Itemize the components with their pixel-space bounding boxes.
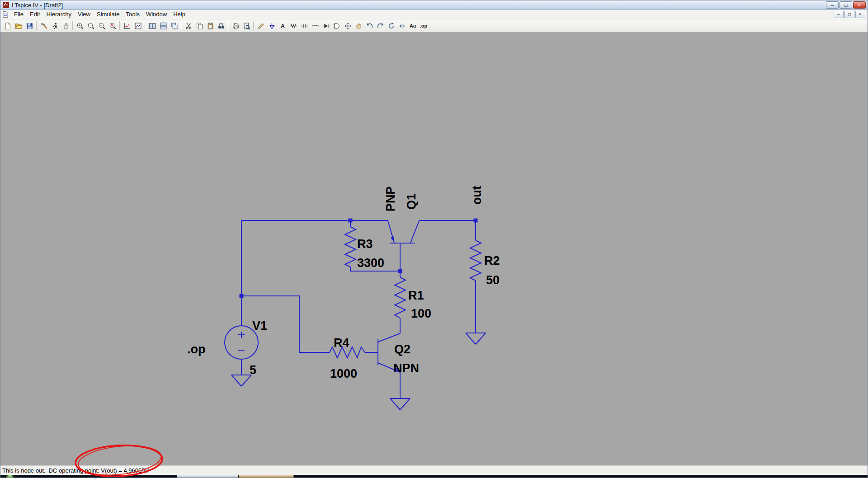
find-button[interactable] bbox=[216, 20, 226, 31]
cascade-windows-button[interactable] bbox=[169, 20, 179, 31]
menu-tools[interactable]: Tools bbox=[123, 10, 143, 19]
zoom-in-button[interactable] bbox=[75, 20, 85, 31]
component-value[interactable]: NPN bbox=[393, 361, 419, 375]
new-schematic-icon bbox=[4, 22, 12, 30]
undo-icon bbox=[366, 22, 373, 30]
component-value[interactable]: PNP bbox=[384, 186, 397, 211]
zoom-pan-button[interactable] bbox=[85, 20, 96, 31]
print-button[interactable] bbox=[230, 20, 241, 31]
component-ref[interactable]: Q1 bbox=[405, 193, 418, 210]
menu-edit[interactable]: Edit bbox=[27, 10, 43, 19]
taskbar-item[interactable] bbox=[239, 475, 294, 478]
run-button[interactable] bbox=[49, 20, 60, 31]
run-icon bbox=[51, 22, 59, 30]
plot-settings-button[interactable] bbox=[132, 20, 143, 31]
component-tool-button[interactable] bbox=[331, 20, 342, 31]
resistor-R1[interactable]: R1 100 bbox=[395, 277, 431, 320]
component-value[interactable]: 3300 bbox=[357, 256, 384, 270]
ground-symbol[interactable] bbox=[390, 398, 410, 410]
start-orb-icon[interactable] bbox=[6, 475, 14, 478]
zoom-pan-icon bbox=[87, 22, 95, 30]
resistor-body[interactable] bbox=[345, 227, 356, 267]
taskbar[interactable] bbox=[0, 475, 868, 478]
wire-tool-button[interactable] bbox=[255, 20, 266, 31]
component-ref[interactable]: R3 bbox=[357, 237, 373, 251]
menu-view[interactable]: View bbox=[75, 10, 94, 19]
voltage-source-V1[interactable]: V1 5 bbox=[225, 319, 267, 377]
maximize-button[interactable]: □ bbox=[840, 1, 852, 9]
autorange-button[interactable] bbox=[122, 20, 132, 31]
mdi-close-button[interactable]: × bbox=[855, 11, 865, 18]
label-net-button[interactable]: A bbox=[277, 20, 288, 31]
text-tool-button[interactable]: Aa bbox=[407, 20, 418, 31]
resistor-R4[interactable]: R4 1000 bbox=[330, 336, 365, 380]
minimize-button[interactable]: – bbox=[826, 1, 839, 9]
transistor-Q1[interactable]: PNP Q1 bbox=[384, 186, 419, 271]
resistor-body[interactable] bbox=[395, 277, 406, 318]
component-value[interactable]: 1000 bbox=[330, 367, 357, 380]
undo-button[interactable] bbox=[364, 20, 375, 31]
spice-directive-text[interactable]: .op bbox=[187, 342, 206, 356]
menu-simulate[interactable]: Simulate bbox=[94, 10, 123, 19]
resistor-R3[interactable]: R3 3300 bbox=[345, 227, 384, 270]
schematic-window-icon bbox=[2, 11, 10, 18]
cut-button[interactable] bbox=[183, 20, 194, 31]
transistor-collector[interactable] bbox=[378, 333, 400, 342]
toolbar: A Aa .op bbox=[0, 19, 868, 33]
resistor-body[interactable] bbox=[470, 240, 481, 281]
emitter-arrow bbox=[391, 236, 394, 242]
print-preview-button[interactable] bbox=[241, 20, 252, 31]
component-ref[interactable]: V1 bbox=[252, 319, 267, 333]
diode-tool-button[interactable] bbox=[321, 20, 331, 31]
new-schematic-button[interactable] bbox=[2, 20, 13, 31]
mdi-minimize-button[interactable]: – bbox=[834, 11, 844, 18]
taskbar-item[interactable] bbox=[177, 475, 238, 478]
rotate-button[interactable] bbox=[386, 20, 396, 31]
copy-button[interactable] bbox=[194, 20, 205, 31]
open-button[interactable] bbox=[13, 20, 24, 31]
component-ref[interactable]: Q2 bbox=[394, 342, 410, 356]
spice-directive-button[interactable]: .op bbox=[418, 20, 429, 31]
status-bar: This is node out. DC operating point: V(… bbox=[0, 465, 868, 475]
resistor-icon bbox=[290, 22, 297, 30]
redo-button[interactable] bbox=[375, 20, 386, 31]
paste-button[interactable] bbox=[205, 20, 216, 31]
ground-tool-button[interactable] bbox=[266, 20, 277, 31]
control-panel-button[interactable] bbox=[38, 20, 49, 31]
close-button[interactable]: × bbox=[853, 1, 866, 9]
plus-sign bbox=[238, 332, 245, 338]
drag-tool-button[interactable] bbox=[353, 20, 364, 31]
zoom-out-icon bbox=[98, 22, 106, 30]
resistor-R2[interactable]: R2 50 bbox=[470, 240, 500, 287]
halt-button[interactable] bbox=[60, 20, 71, 31]
move-tool-button[interactable] bbox=[342, 20, 353, 31]
inductor-tool-button[interactable] bbox=[310, 20, 321, 31]
component-value[interactable]: 100 bbox=[411, 307, 431, 320]
resistor-tool-button[interactable] bbox=[288, 20, 299, 31]
ground-symbol[interactable] bbox=[466, 333, 486, 344]
menu-hierarchy[interactable]: Hierarchy bbox=[43, 10, 75, 19]
transistor-Q2[interactable]: Q2 NPN bbox=[378, 333, 419, 375]
menu-help[interactable]: Help bbox=[170, 10, 189, 19]
tile-vertical-button[interactable] bbox=[147, 20, 158, 31]
mdi-restore-button[interactable]: □ bbox=[844, 11, 854, 18]
menu-file[interactable]: File bbox=[11, 10, 27, 19]
save-button[interactable] bbox=[24, 20, 35, 31]
schematic-canvas[interactable]: V1 5 R3 3300 R1 100 R2 50 bbox=[0, 33, 868, 465]
net-label-out[interactable]: out bbox=[470, 186, 484, 205]
ground-symbol[interactable] bbox=[231, 375, 251, 386]
toolbar-separator bbox=[228, 21, 229, 30]
window-title: LTspice IV - [Draft2] bbox=[12, 2, 63, 9]
zoom-out-button[interactable] bbox=[96, 20, 107, 31]
menu-window[interactable]: Window bbox=[143, 10, 170, 19]
component-ref[interactable]: R2 bbox=[484, 254, 500, 267]
component-ref[interactable]: R4 bbox=[334, 336, 349, 350]
transistor-collector[interactable] bbox=[410, 221, 419, 243]
capacitor-tool-button[interactable] bbox=[299, 20, 310, 31]
tile-horizontal-button[interactable] bbox=[158, 20, 169, 31]
component-ref[interactable]: R1 bbox=[408, 289, 424, 302]
mirror-button[interactable] bbox=[396, 20, 407, 31]
zoom-full-extents-button[interactable] bbox=[107, 20, 118, 31]
schematic-drawing: V1 5 R3 3300 R1 100 R2 50 bbox=[0, 33, 868, 467]
component-value[interactable]: 50 bbox=[486, 273, 500, 287]
